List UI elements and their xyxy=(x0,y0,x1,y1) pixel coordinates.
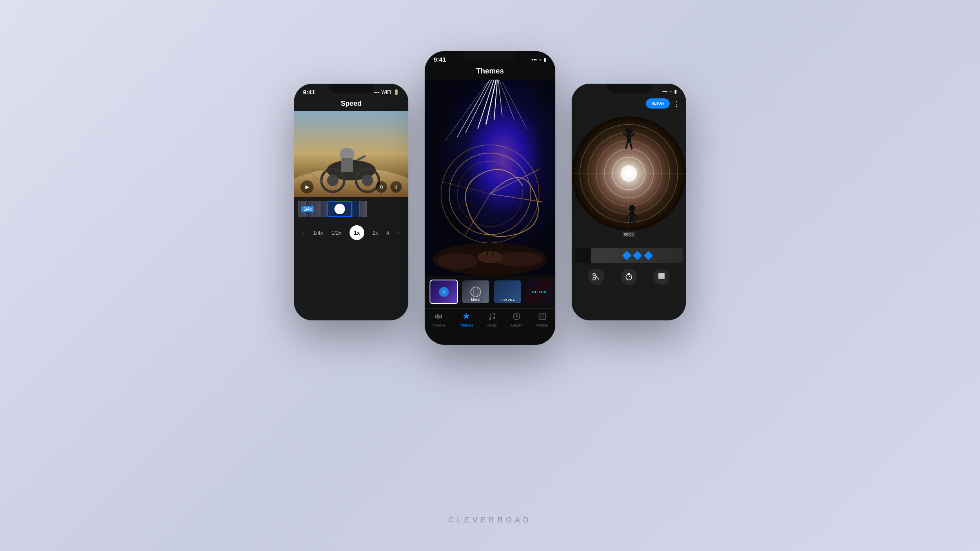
svg-point-28 xyxy=(437,253,478,269)
nav-format[interactable]: Format xyxy=(537,312,548,327)
info-icon[interactable]: ℹ xyxy=(390,181,402,193)
center-battery-icon: ▮ xyxy=(543,57,546,62)
phone-center: 9:41 ▪▪▪ ≈ ▮ Themes xyxy=(425,51,555,345)
tl-frame-4 xyxy=(320,201,327,217)
svg-rect-40 xyxy=(437,314,439,319)
svg-point-72 xyxy=(593,278,595,280)
speed-indicator: 1/4x xyxy=(301,206,314,212)
right-status-icons: ▪▪▪ ≈ ▮ xyxy=(662,89,677,94)
svg-point-31 xyxy=(487,235,493,241)
svg-rect-60 xyxy=(627,134,631,143)
more-button[interactable]: ⋮ xyxy=(673,99,680,108)
themes-icon xyxy=(462,312,471,322)
svg-rect-39 xyxy=(435,315,437,318)
speed-btn-4x[interactable]: 4 xyxy=(386,230,389,236)
app-scene: 9:41 ▪▪▪ WiFi 🔋 Speed xyxy=(306,51,674,500)
center-status-icons: ▪▪▪ ≈ ▮ xyxy=(532,57,546,62)
left-status-icons: ▪▪▪ WiFi 🔋 xyxy=(374,89,399,95)
play-button[interactable]: ▶ xyxy=(301,180,314,193)
cut-button[interactable] xyxy=(588,269,604,285)
nav-music[interactable]: Music xyxy=(487,312,497,327)
speed-arrow-right[interactable]: › xyxy=(397,229,399,236)
length-icon xyxy=(512,312,521,322)
svg-point-38 xyxy=(473,287,478,297)
speed-btn-quarter[interactable]: 1/4x xyxy=(313,230,323,236)
theme-travel-label: TRAVEL xyxy=(494,298,521,302)
svg-point-44 xyxy=(493,317,495,319)
tl-frame-6 xyxy=(359,201,367,217)
phone-left: 9:41 ▪▪▪ WiFi 🔋 Speed xyxy=(294,84,408,320)
speed-controls: ‹ 1/4x 1/2x 1x 2x 4 › xyxy=(294,221,408,244)
phone-right: ▪▪▪ ≈ ▮ Save ⋮ xyxy=(572,84,686,320)
center-wifi-icon: ≈ xyxy=(539,57,541,62)
settings-icon[interactable]: ⚙ xyxy=(376,181,387,193)
right-video-preview xyxy=(572,110,686,237)
theme-thumb-metal[interactable]: Metal xyxy=(461,280,490,304)
svg-rect-41 xyxy=(439,315,441,318)
right-bottom-controls xyxy=(572,265,686,288)
timer-button[interactable] xyxy=(621,269,637,285)
player-controls: ▶ ⚙ ℹ xyxy=(294,180,408,193)
right-timeline: 00:05 xyxy=(572,237,686,265)
tl-frame-5 xyxy=(352,201,359,217)
speed-btn-2x[interactable]: 2x xyxy=(372,230,378,236)
theme-thumb-travel[interactable]: TRAVEL xyxy=(493,280,522,304)
center-signal-icon: ▪▪▪ xyxy=(532,57,537,62)
wifi-icon: WiFi xyxy=(381,89,391,95)
svg-rect-8 xyxy=(341,158,353,172)
theme-thumb-glitch[interactable]: GLITCH xyxy=(525,280,554,304)
format-icon xyxy=(538,312,547,322)
left-screen: 9:41 ▪▪▪ WiFi 🔋 Speed xyxy=(294,84,408,320)
center-notch xyxy=(463,51,517,62)
svg-rect-66 xyxy=(630,211,634,220)
timeline-strip[interactable]: 1/4x xyxy=(298,201,404,217)
svg-point-43 xyxy=(489,318,491,320)
music-icon xyxy=(488,312,497,322)
center-status-time: 9:41 xyxy=(434,56,446,63)
left-screen-title: Speed xyxy=(294,98,408,111)
svg-point-65 xyxy=(629,205,635,211)
speed-btn-half[interactable]: 1/2x xyxy=(331,230,341,236)
right-notch xyxy=(606,84,651,93)
light-art-illustration xyxy=(425,80,555,276)
svg-point-71 xyxy=(593,273,595,276)
battery-icon: 🔋 xyxy=(393,89,399,95)
themes-preview xyxy=(425,80,555,276)
svg-rect-80 xyxy=(659,278,664,279)
center-screen: 9:41 ▪▪▪ ≈ ▮ Themes xyxy=(425,51,555,345)
left-notch xyxy=(329,84,374,93)
svg-point-59 xyxy=(625,127,633,134)
theme-thumb-edit[interactable]: ✎ xyxy=(430,280,458,304)
nav-length-label: Length xyxy=(511,323,523,327)
nav-timeline-label: Timeline xyxy=(432,323,445,327)
right-screen: ▪▪▪ ≈ ▮ Save ⋮ xyxy=(572,84,686,320)
layer-button[interactable] xyxy=(653,269,670,285)
svg-point-37 xyxy=(471,287,481,297)
timeline-handle[interactable] xyxy=(334,204,345,214)
timeline-icon xyxy=(434,312,443,322)
nav-music-label: Music xyxy=(487,323,497,327)
nav-timeline[interactable]: Timeline xyxy=(432,312,445,327)
svg-point-30 xyxy=(478,251,502,263)
right-wifi-icon: ≈ xyxy=(669,89,672,94)
signal-icon: ▪▪▪ xyxy=(374,89,379,95)
right-battery-icon: ▮ xyxy=(674,89,677,94)
brand-label: CLEVERROAD xyxy=(448,516,532,524)
theme-thumbnails: ✎ Metal TRAVEL xyxy=(425,276,555,308)
nav-length[interactable]: Length xyxy=(511,312,523,327)
svg-rect-81 xyxy=(659,273,664,275)
speed-btn-1x-active[interactable]: 1x xyxy=(350,225,364,240)
svg-rect-32 xyxy=(488,241,492,249)
left-status-time: 9:41 xyxy=(303,89,315,96)
svg-line-78 xyxy=(629,276,630,277)
nav-themes[interactable]: Themes xyxy=(460,312,473,327)
keyframe-strip[interactable] xyxy=(575,248,683,263)
control-icons: ⚙ ℹ xyxy=(376,181,402,193)
speed-arrow-left[interactable]: ‹ xyxy=(303,229,305,236)
light-art-background xyxy=(425,80,555,276)
timeline-area: 1/4x xyxy=(294,197,408,221)
svg-rect-79 xyxy=(659,276,664,277)
right-top-bar: Save ⋮ xyxy=(572,97,686,110)
svg-rect-42 xyxy=(441,314,442,318)
save-button[interactable]: Save xyxy=(646,98,670,109)
